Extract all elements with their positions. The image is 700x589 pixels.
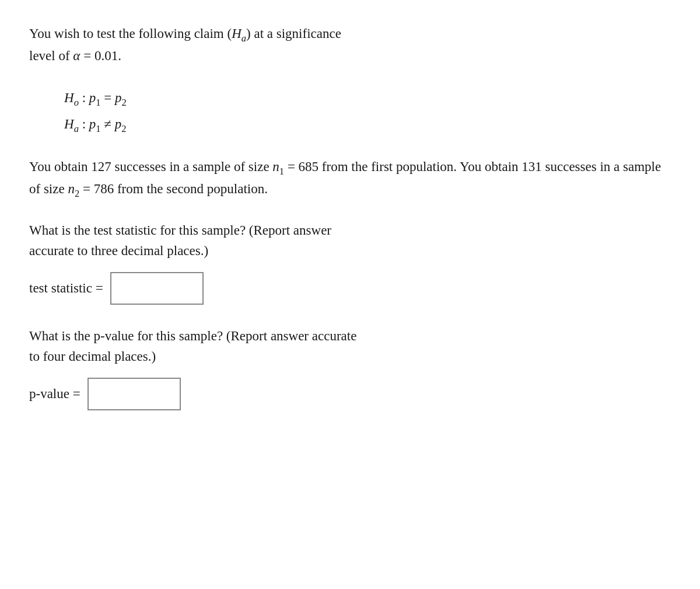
main-content: You wish to test the following claim (Ha…: [29, 23, 671, 410]
pvalue-question: What is the p-value for this sample? (Re…: [29, 326, 671, 367]
test-statistic-label: test statistic =: [29, 278, 103, 299]
intro-paragraph: You wish to test the following claim (Ha…: [29, 23, 671, 67]
test-statistic-question: What is the test statistic for this samp…: [29, 220, 671, 262]
test-statistic-row: test statistic =: [29, 272, 671, 305]
Ha-subscript: a: [242, 33, 246, 44]
test-statistic-input[interactable]: [110, 272, 204, 305]
alt-hypothesis: Ha : p1 ≠ p2: [64, 111, 671, 138]
pvalue-row: p-value =: [29, 378, 671, 410]
sample-description: You obtain 127 successes in a sample of …: [29, 156, 671, 201]
pvalue-label: p-value =: [29, 384, 80, 405]
null-hypothesis: Ho : p1 = p2: [64, 85, 671, 111]
pvalue-input[interactable]: [88, 378, 181, 410]
alpha-symbol: α: [73, 48, 80, 63]
hypotheses-block: Ho : p1 = p2 Ha : p1 ≠ p2: [64, 85, 671, 138]
Ha-label: H: [232, 26, 242, 41]
